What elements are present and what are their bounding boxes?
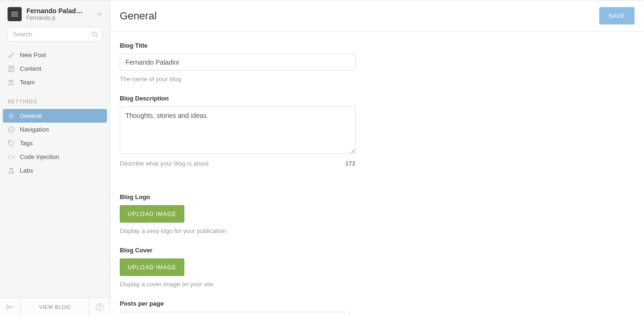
nav-label: Labs: [20, 167, 33, 174]
blog-title-label: Blog Title: [120, 42, 355, 49]
content-icon: [8, 65, 15, 72]
blog-switcher[interactable]: Fernando Palad… Fernando p: [0, 0, 110, 27]
content-header: General SAVE: [110, 0, 644, 32]
user-name: Fernando p: [26, 15, 92, 21]
blog-name: Fernando Palad…: [26, 7, 92, 15]
view-blog-link[interactable]: VIEW BLOG: [21, 298, 89, 316]
nav-label: Tags: [20, 140, 33, 147]
nav-team[interactable]: Team: [0, 75, 110, 89]
sidebar-footer: VIEW BLOG ?: [0, 297, 110, 316]
help-button[interactable]: ?: [89, 298, 110, 316]
nav-label: General: [20, 112, 41, 119]
nav-label: Team: [20, 79, 35, 86]
nav-general[interactable]: General: [3, 109, 107, 123]
blog-description-label: Blog Description: [120, 95, 355, 102]
svg-point-13: [9, 141, 10, 142]
nav-labs[interactable]: Labs: [0, 164, 110, 177]
collapse-icon: [7, 304, 14, 310]
blog-title-hint: The name of your blog: [120, 75, 355, 83]
collapse-sidebar-button[interactable]: [0, 298, 21, 316]
nav-navigation[interactable]: Navigation: [0, 123, 110, 136]
settings-header: SETTINGS: [0, 89, 110, 107]
tag-icon: [8, 140, 15, 147]
team-icon: [8, 79, 15, 86]
blog-logo-icon: [8, 7, 22, 21]
svg-rect-1: [11, 14, 18, 15]
nav-new-post[interactable]: New Post: [0, 48, 110, 62]
posts-per-page-label: Posts per page: [120, 300, 355, 307]
blog-logo-hint: Display a sexy logo for your publication: [120, 227, 355, 234]
nav-code-injection[interactable]: Code Injection: [0, 150, 110, 164]
gear-icon: [8, 112, 15, 119]
sidebar: Fernando Palad… Fernando p New Post: [0, 0, 110, 316]
blog-cover-label: Blog Cover: [120, 247, 355, 254]
svg-point-11: [10, 115, 12, 117]
nav-content[interactable]: Content: [0, 62, 110, 75]
blog-title-input[interactable]: [120, 54, 355, 71]
page-title: General: [120, 10, 157, 22]
nav-label: Code Injection: [20, 153, 59, 160]
settings-form: Blog Title The name of your blog Blog De…: [110, 32, 644, 316]
help-icon: ?: [96, 303, 103, 311]
svg-point-9: [9, 80, 11, 82]
blog-description-input[interactable]: [120, 107, 355, 154]
chevron-down-icon: [97, 11, 102, 17]
blog-cover-hint: Display a cover image on your site: [120, 281, 355, 288]
description-char-counter: 172: [345, 160, 355, 167]
nav-label: Content: [20, 65, 41, 72]
svg-rect-2: [11, 16, 18, 17]
main-panel: General SAVE Blog Title The name of your…: [110, 0, 644, 316]
code-icon: [8, 153, 15, 160]
pen-icon: [8, 51, 15, 58]
svg-rect-0: [11, 12, 18, 13]
blog-logo-label: Blog Logo: [120, 193, 355, 200]
nav-label: New Post: [20, 51, 46, 58]
nav-tags[interactable]: Tags: [0, 136, 110, 150]
blog-description-hint: Describe what your blog is about: [120, 160, 209, 167]
upload-logo-button[interactable]: UPLOAD IMAGE: [120, 205, 184, 223]
labs-icon: [8, 167, 15, 174]
upload-cover-button[interactable]: UPLOAD IMAGE: [120, 258, 184, 276]
nav-label: Navigation: [20, 126, 49, 133]
svg-point-10: [11, 80, 13, 82]
compass-icon: [8, 126, 15, 133]
save-button[interactable]: SAVE: [599, 7, 635, 25]
posts-per-page-input[interactable]: [120, 312, 350, 316]
search-input[interactable]: [8, 27, 102, 42]
